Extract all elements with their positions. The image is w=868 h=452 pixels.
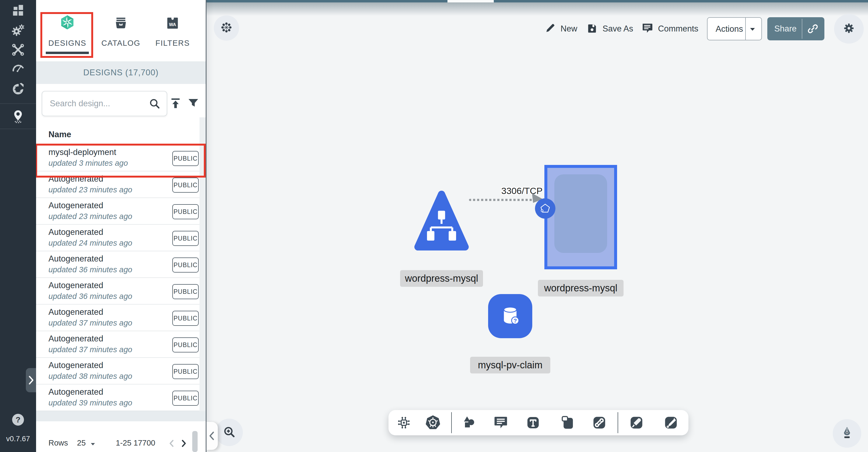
pagination-range: 1-25 17700 xyxy=(116,439,155,447)
design-list-item[interactable]: Autogenerated updated 23 minutes ago PUB… xyxy=(36,171,199,198)
design-list-item[interactable]: Autogenerated updated 23 minutes ago PUB… xyxy=(36,198,199,225)
app-version: v0.7.67 xyxy=(0,435,36,443)
design-list-item[interactable]: Autogenerated updated 38 minutes ago PUB… xyxy=(36,358,199,384)
nav-divider xyxy=(0,129,36,129)
zoom-button[interactable] xyxy=(215,419,243,446)
tab-catalog-label[interactable]: CATALOG xyxy=(94,39,148,47)
new-button[interactable]: New xyxy=(544,22,577,36)
design-list-item[interactable]: Autogenerated updated 37 minutes ago PUB… xyxy=(36,331,199,358)
link-tool[interactable] xyxy=(591,414,608,431)
tab-designs[interactable] xyxy=(59,14,76,31)
component-tool[interactable] xyxy=(395,414,412,431)
designs-count-header: DESIGNS (17,700) xyxy=(36,61,206,84)
previous-page-icon[interactable] xyxy=(166,438,177,450)
design-list-item[interactable]: Autogenerated updated 37 minutes ago PUB… xyxy=(36,304,199,331)
wasm-filters-icon: WA xyxy=(165,15,180,32)
top-strip-highlight xyxy=(447,0,494,2)
rows-per-page-caret-icon[interactable] xyxy=(89,441,96,448)
nav-configuration-icon[interactable] xyxy=(10,42,26,57)
list-end-strip xyxy=(36,411,206,421)
scrollbar-thumb[interactable] xyxy=(192,431,197,452)
edge-service-to-workload[interactable] xyxy=(469,199,536,201)
designs-list: mysql-deployment updated 3 minutes ago P… xyxy=(36,145,199,411)
top-strip-shadow xyxy=(207,2,868,16)
design-name: Autogenerated xyxy=(49,360,103,370)
kubernetes-tool[interactable] xyxy=(424,414,441,431)
name-column-header[interactable]: Name xyxy=(49,130,71,139)
visibility-badge: PUBLIC xyxy=(172,257,199,272)
settings-button[interactable] xyxy=(834,14,864,43)
comments-button[interactable]: Comments xyxy=(641,22,699,36)
visibility-badge: PUBLIC xyxy=(172,311,199,326)
filter-icon[interactable] xyxy=(186,96,200,111)
design-mode-button[interactable] xyxy=(833,419,861,448)
share-button[interactable]: Share xyxy=(767,17,825,40)
nav-lifecycle-icon[interactable] xyxy=(10,23,26,38)
pencil-draw-tool[interactable] xyxy=(662,414,680,431)
import-design-icon[interactable] xyxy=(168,96,183,111)
comment-tool[interactable] xyxy=(492,414,509,431)
nav-performance-icon[interactable] xyxy=(10,61,26,75)
copy-link-icon[interactable] xyxy=(806,22,819,37)
tab-designs-label[interactable]: DESIGNS xyxy=(40,39,94,47)
design-list-item[interactable]: Autogenerated updated 24 minutes ago PUB… xyxy=(36,225,199,251)
help-button[interactable]: ? xyxy=(12,414,24,426)
save-icon xyxy=(586,22,598,35)
shapes-tool[interactable] xyxy=(460,414,477,431)
actions-divider xyxy=(745,18,746,40)
kanvas-app: New Save As Comments Actions Share xyxy=(0,0,868,452)
pencil-icon xyxy=(544,22,556,35)
sidebar-expand-tab[interactable] xyxy=(26,368,36,392)
visibility-badge: PUBLIC xyxy=(172,337,199,352)
chevron-down-icon[interactable] xyxy=(748,26,756,34)
actions-button[interactable]: Actions xyxy=(707,17,762,40)
design-name: Autogenerated xyxy=(49,227,103,237)
node-label-pvc: mysql-pv-claim xyxy=(470,357,550,374)
design-list-item[interactable]: Autogenerated updated 36 minutes ago PUB… xyxy=(36,278,199,304)
visibility-badge: PUBLIC xyxy=(172,284,199,299)
nav-dashboard-icon[interactable] xyxy=(10,2,26,18)
tab-filters[interactable]: WA xyxy=(165,16,180,31)
note-tool[interactable] xyxy=(559,414,576,431)
zoom-in-icon xyxy=(222,425,236,440)
pod-endpoint-icon[interactable] xyxy=(535,198,555,219)
node-service-triangle[interactable] xyxy=(414,188,469,256)
rows-per-page-value[interactable]: 25 xyxy=(77,439,86,447)
design-name: Autogenerated xyxy=(49,281,103,290)
search-icon[interactable] xyxy=(148,97,161,111)
nav-kanvas-icon[interactable] xyxy=(10,109,26,124)
node-workload-selected[interactable] xyxy=(545,165,617,269)
design-name: Autogenerated xyxy=(49,387,103,397)
pen-arrow-tool[interactable] xyxy=(628,414,645,431)
pen-nib-icon xyxy=(839,425,855,442)
design-list-item[interactable]: Autogenerated updated 36 minutes ago PUB… xyxy=(36,251,199,278)
dock-divider xyxy=(618,412,618,433)
canvas[interactable] xyxy=(207,0,868,452)
search-input[interactable] xyxy=(49,93,145,114)
question-badge: ? xyxy=(514,318,517,324)
design-name: mysql-deployment xyxy=(49,148,116,157)
design-name: Autogenerated xyxy=(49,174,103,184)
design-list-item[interactable]: mysql-deployment updated 3 minutes ago P… xyxy=(36,145,199,171)
node-label-workload: wordpress-mysql xyxy=(538,280,624,296)
design-updated: updated 37 minutes ago xyxy=(49,345,132,354)
visibility-badge: PUBLIC xyxy=(172,204,199,219)
cluster-button[interactable] xyxy=(214,15,239,41)
design-list-item[interactable]: Autogenerated updated 39 minutes ago PUB… xyxy=(36,384,199,411)
comment-icon xyxy=(641,22,654,36)
next-page-icon[interactable] xyxy=(178,438,189,450)
text-tool[interactable] xyxy=(524,414,542,431)
design-updated: updated 23 minutes ago xyxy=(49,185,132,194)
tab-filters-label[interactable]: FILTERS xyxy=(146,39,199,47)
tab-catalog[interactable] xyxy=(113,15,129,31)
save-as-button[interactable]: Save As xyxy=(586,22,633,36)
question-mark-icon: ? xyxy=(16,415,21,424)
panel-collapse-tab[interactable] xyxy=(207,422,218,450)
design-name: Autogenerated xyxy=(49,254,103,264)
node-pvc[interactable]: ? xyxy=(488,294,532,338)
nav-extensions-icon[interactable] xyxy=(10,81,26,96)
new-label: New xyxy=(561,24,577,34)
chevron-right-icon xyxy=(27,375,35,387)
meshery-logo-icon xyxy=(59,14,76,32)
comments-label: Comments xyxy=(658,24,699,34)
